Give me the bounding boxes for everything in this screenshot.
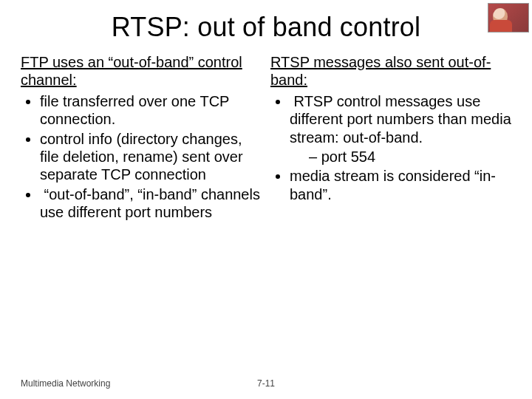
left-column: FTP uses an “out-of-band” control channe… [21,53,262,223]
list-item: control info (directory changes, file de… [40,130,262,184]
right-heading: RTSP messages also sent out-of-band: [270,54,491,88]
left-heading: FTP uses an “out-of-band” control channe… [21,54,242,88]
footer-left: Multimedia Networking [21,378,110,389]
right-bullet-list: RTSP control messages use different port… [270,92,511,203]
list-item: file transferred over one TCP connection… [40,92,262,129]
right-heading-block: RTSP messages also sent out-of-band: [270,53,511,89]
bullet-text: RTSP control messages use different port… [290,93,511,146]
slide: RTSP: out of band control FTP uses an “o… [0,0,532,399]
right-column: RTSP messages also sent out-of-band: RTS… [270,53,511,223]
list-item: “out-of-band”, “in-band” channels use di… [40,185,262,222]
slide-title: RTSP: out of band control [21,12,511,43]
footer: Multimedia Networking 7-11 [21,378,511,389]
list-item: media stream is considered “in-band”. [290,167,511,203]
host-photo [488,3,529,33]
footer-page-number: 7-11 [257,378,275,389]
left-heading-block: FTP uses an “out-of-band” control channe… [21,53,262,89]
list-item: RTSP control messages use different port… [290,92,511,166]
sub-list: port 554 [290,148,511,166]
sub-list-item: port 554 [309,148,511,166]
left-bullet-list: file transferred over one TCP connection… [21,92,262,222]
content-columns: FTP uses an “out-of-band” control channe… [21,53,511,223]
